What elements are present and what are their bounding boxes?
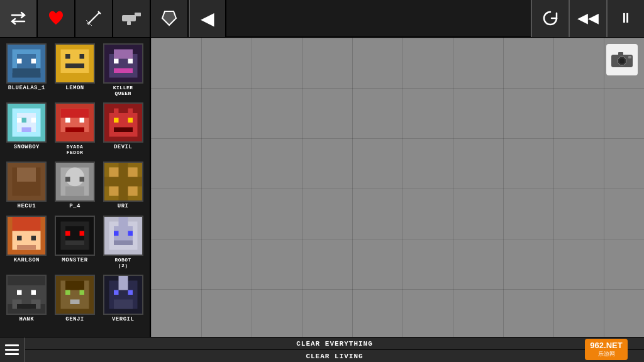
char-thumb-uri bbox=[103, 162, 143, 202]
char-thumb-vergil bbox=[103, 275, 143, 315]
char-vergil[interactable]: VERGIL bbox=[99, 272, 147, 326]
heart-tool-btn[interactable] bbox=[38, 0, 75, 37]
char-name-hecu1: HECU1 bbox=[18, 203, 36, 209]
svg-rect-12 bbox=[618, 52, 623, 56]
main-grid[interactable] bbox=[151, 38, 644, 337]
svg-rect-107 bbox=[128, 290, 133, 295]
svg-rect-75 bbox=[31, 236, 36, 241]
svg-rect-76 bbox=[17, 245, 36, 250]
char-thumb-karlson bbox=[6, 216, 47, 256]
svg-rect-31 bbox=[114, 69, 133, 74]
char-robot2[interactable]: ROBOT (2) bbox=[99, 212, 147, 272]
char-name-snowboy: SNOWBOY bbox=[14, 144, 40, 150]
extra-tool-btn[interactable] bbox=[151, 0, 189, 37]
play-button[interactable]: ◀ bbox=[189, 0, 226, 37]
svg-rect-43 bbox=[79, 118, 84, 123]
svg-rect-22 bbox=[65, 54, 70, 59]
clear-living-btn[interactable]: CLEAR LIVING bbox=[25, 350, 644, 362]
svg-rect-80 bbox=[65, 231, 70, 236]
char-p4[interactable]: P_4 bbox=[51, 158, 99, 212]
svg-rect-28 bbox=[114, 50, 133, 59]
svg-rect-41 bbox=[60, 109, 89, 118]
svg-rect-42 bbox=[65, 118, 70, 123]
svg-rect-108 bbox=[114, 300, 133, 309]
char-name-killerqueen: KILLER QUEEN bbox=[113, 85, 133, 96]
svg-rect-19 bbox=[13, 69, 41, 78]
svg-rect-50 bbox=[128, 118, 133, 123]
char-karlson[interactable]: KARLSON bbox=[3, 212, 51, 272]
svg-rect-82 bbox=[65, 241, 84, 246]
char-name-monster: MONSTER bbox=[62, 257, 87, 263]
char-thumb-hank bbox=[6, 275, 47, 315]
svg-rect-38 bbox=[22, 128, 31, 133]
svg-rect-60 bbox=[65, 177, 70, 182]
svg-rect-48 bbox=[128, 109, 133, 118]
char-thumb-killerqueen bbox=[103, 43, 143, 84]
char-thumb-bluealas bbox=[6, 43, 47, 84]
watermark-subtitle: 乐游网 bbox=[598, 350, 615, 358]
svg-rect-24 bbox=[65, 63, 84, 69]
swap-tool-btn[interactable] bbox=[0, 0, 38, 37]
svg-rect-56 bbox=[22, 182, 31, 196]
svg-rect-70 bbox=[104, 177, 142, 187]
watermark: 962.NET 乐游网 bbox=[569, 337, 644, 362]
char-thumb-genji bbox=[55, 275, 95, 315]
char-thumb-lemon bbox=[55, 43, 95, 84]
svg-rect-37 bbox=[31, 118, 36, 123]
bottom-actions: CLEAR EVERYTHING CLEAR LIVING bbox=[25, 337, 644, 362]
char-name-p4: P_4 bbox=[69, 203, 80, 209]
svg-rect-55 bbox=[17, 168, 36, 182]
svg-marker-8 bbox=[162, 11, 176, 25]
char-uri[interactable]: URI bbox=[99, 158, 147, 212]
svg-rect-36 bbox=[17, 118, 22, 123]
char-bluealas[interactable]: BLUEALAS_1 bbox=[3, 40, 51, 99]
svg-rect-93 bbox=[31, 290, 36, 295]
svg-rect-81 bbox=[79, 231, 84, 236]
pause-btn[interactable]: ⏸ bbox=[606, 0, 644, 37]
svg-rect-18 bbox=[31, 59, 36, 64]
char-thumb-snowboy bbox=[6, 102, 47, 143]
char-dyadafedor[interactable]: DYADA FEDOR bbox=[51, 99, 99, 158]
svg-rect-62 bbox=[65, 187, 84, 196]
char-name-devil: DEVIL bbox=[114, 144, 133, 150]
char-thumb-monster bbox=[55, 216, 95, 256]
svg-rect-17 bbox=[17, 59, 22, 64]
svg-rect-92 bbox=[17, 290, 22, 295]
char-thumb-p4 bbox=[55, 162, 95, 202]
char-snowboy[interactable]: SNOWBOY bbox=[3, 99, 51, 158]
svg-rect-46 bbox=[109, 113, 137, 137]
svg-point-11 bbox=[619, 58, 625, 63]
char-killerqueen[interactable]: KILLER QUEEN bbox=[99, 40, 147, 99]
char-lemon[interactable]: LEMON bbox=[51, 40, 99, 99]
svg-rect-30 bbox=[128, 59, 133, 64]
rewind-btn[interactable]: ◀◀ bbox=[569, 0, 606, 37]
svg-rect-101 bbox=[79, 290, 84, 295]
svg-line-2 bbox=[89, 21, 91, 23]
svg-rect-47 bbox=[114, 109, 119, 118]
bottom-bar: CLEAR EVERYTHING CLEAR LIVING 962.NET 乐游… bbox=[0, 337, 644, 362]
svg-rect-7 bbox=[127, 21, 131, 25]
gun-tool-btn[interactable] bbox=[113, 0, 151, 37]
right-controls: ◀◀ ⏸ bbox=[531, 0, 644, 37]
restart-btn[interactable] bbox=[531, 0, 569, 37]
char-devil[interactable]: DEVIL bbox=[99, 99, 147, 158]
char-name-bluealas: BLUEALAS_1 bbox=[8, 85, 45, 91]
char-thumb-hecu1 bbox=[6, 162, 47, 202]
character-grid: BLUEALAS_1 LEMON bbox=[0, 38, 150, 328]
menu-button[interactable] bbox=[0, 337, 25, 362]
char-name-genji: GENJI bbox=[65, 316, 84, 322]
camera-button[interactable] bbox=[606, 44, 638, 75]
sword-tool-btn[interactable] bbox=[75, 0, 113, 37]
svg-rect-72 bbox=[13, 217, 41, 231]
char-hank[interactable]: HANK bbox=[3, 272, 51, 326]
char-monster[interactable]: MONSTER bbox=[51, 212, 99, 272]
svg-rect-61 bbox=[79, 177, 84, 182]
svg-rect-51 bbox=[114, 128, 133, 133]
char-genji[interactable]: GENJI bbox=[51, 272, 99, 326]
char-name-robot2: ROBOT (2) bbox=[114, 257, 131, 268]
svg-line-3 bbox=[93, 18, 94, 19]
character-panel: BLUEALAS_1 LEMON bbox=[0, 38, 151, 337]
svg-rect-111 bbox=[5, 353, 19, 355]
clear-everything-btn[interactable]: CLEAR EVERYTHING bbox=[25, 337, 644, 350]
char-hecu1[interactable]: HECU1 bbox=[3, 158, 51, 212]
